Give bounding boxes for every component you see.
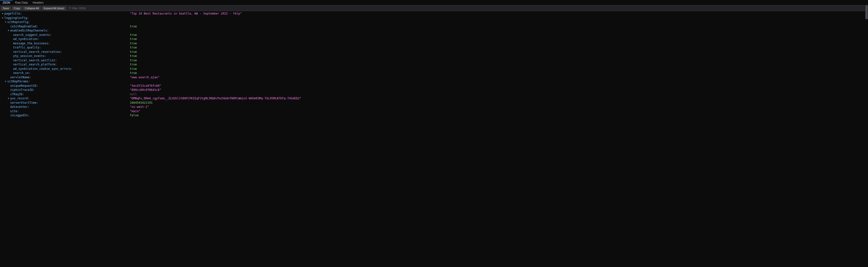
json-key: enabledSitRepChannels (10, 29, 47, 33)
tree-row[interactable]: ▼loggingConfig: (1, 16, 868, 20)
tree-row[interactable]: ▼isLoggedIn:false (1, 113, 868, 118)
chevron-down-icon: ▼ (10, 62, 12, 67)
json-value: true (130, 62, 137, 67)
json-value: true (130, 50, 137, 54)
tree-row[interactable]: ▼traffic_quality:true (1, 46, 868, 50)
json-key: vertical_search_platform (13, 62, 55, 67)
tree-row[interactable]: ▼sitRepConfig: (1, 20, 868, 25)
chevron-down-icon: ▼ (10, 71, 12, 76)
scrollbar-thumb[interactable] (865, 5, 868, 19)
colon: : (23, 92, 24, 97)
tree-row[interactable]: ▼yuv_record:"DMNqFu_DRm4_cgyfsmo__ZLU2kl… (1, 96, 868, 101)
chevron-down-icon: ▼ (7, 76, 10, 80)
json-value: "www.search_ajax" (130, 76, 160, 80)
chevron-down-icon: ▼ (7, 113, 10, 118)
collapse-all-button[interactable]: Collapse All (23, 6, 41, 10)
chevron-down-icon: ▼ (7, 105, 10, 109)
colon: : (36, 25, 38, 29)
json-key: uniqueRequestID (10, 84, 36, 88)
tree-row[interactable]: ▼cfRayID:null (1, 92, 868, 97)
tree-row[interactable]: ▼sitRepParams: (1, 80, 868, 84)
chevron-down-icon: ▼ (7, 25, 10, 29)
chevron-down-icon[interactable]: ▼ (4, 20, 7, 25)
tree-row[interactable]: ▼uniqueRequestID:"3ec4713ca976fc60" (1, 84, 868, 88)
json-value: true (130, 41, 137, 46)
tree-row[interactable]: ▼message_the_business:true (1, 41, 868, 46)
chevron-down-icon: ▼ (10, 50, 12, 54)
json-value: true (130, 71, 137, 76)
chevron-down-icon: ▼ (10, 54, 12, 58)
chevron-down-icon[interactable]: ▼ (1, 16, 4, 20)
json-value: "us-west-2" (130, 105, 149, 109)
tree-row[interactable]: ▼vertical_search_waitlist:true (1, 58, 868, 63)
vertical-scrollbar[interactable] (865, 0, 868, 267)
tree-row[interactable]: ▼serverStartTime:1664543422191 (1, 101, 868, 105)
colon: : (29, 76, 31, 80)
tree-row[interactable]: ▼servletName:"www.search_ajax" (1, 76, 868, 80)
colon: : (28, 113, 29, 118)
json-key: zipkinTraceID (10, 88, 33, 92)
colon: : (28, 20, 30, 25)
json-key: search_ux (13, 71, 29, 76)
tree-row[interactable]: ▼pageTitle:"Top 10 Best Restaurants in S… (1, 11, 868, 16)
tab-raw-data[interactable]: Raw Data (12, 0, 30, 5)
tree-row[interactable]: ▼search_suggest_events:true (1, 33, 868, 37)
json-key: cfRayID (10, 92, 23, 97)
expand-all-button[interactable]: Expand All (slow) (42, 6, 66, 10)
json-key: datacenter (10, 105, 28, 109)
json-toolbar: Save Copy Collapse All Expand All (slow) (0, 5, 868, 11)
json-value: "Top 10 Best Restaurants in Seattle, WA … (130, 11, 242, 16)
json-value: true (130, 37, 137, 41)
filter-input[interactable] (72, 7, 101, 10)
tree-row[interactable]: ▼site:"main" (1, 109, 868, 114)
json-key: loggingConfig (4, 16, 27, 20)
tree-row[interactable]: ▼search_ux:true (1, 71, 868, 76)
chevron-down-icon[interactable]: ▼ (7, 29, 10, 33)
colon: : (48, 41, 50, 46)
save-button[interactable]: Save (1, 6, 11, 10)
tree-row[interactable]: ▼zipkinTraceID:"890cc60c0f8641c6" (1, 88, 868, 92)
json-value: true (130, 25, 137, 29)
json-value: true (130, 33, 137, 37)
json-viewer-window: JSON Raw Data Headers Save Copy Collapse… (0, 0, 868, 267)
json-key: vertical_search_reservation (13, 50, 60, 54)
json-value: "DMNqFu_DRm4_cgyfsmo__ZLU2klJt8HFCFKIEqF… (130, 96, 301, 101)
colon: : (55, 62, 57, 67)
tree-row[interactable]: ▼vertical_search_reservation:true (1, 50, 868, 54)
tree-row[interactable]: ▼enabledSitRepChannels: (1, 29, 868, 33)
json-key: message_the_business (13, 41, 48, 46)
colon: : (17, 109, 19, 114)
colon: : (39, 46, 41, 50)
chevron-down-icon: ▼ (7, 92, 10, 97)
colon: : (28, 80, 30, 84)
json-key: traffic_quality (13, 46, 39, 50)
copy-button[interactable]: Copy (12, 6, 22, 10)
json-key: site (10, 109, 17, 114)
chevron-down-icon[interactable]: ▼ (4, 80, 7, 84)
json-key: ad_syndication_cookie_sync_errors (13, 67, 71, 71)
colon: : (71, 67, 72, 71)
colon: : (60, 50, 62, 54)
tree-row[interactable]: ▼datacenter:"us-west-2" (1, 105, 868, 109)
tree-row[interactable]: ▼ytp_session_events:true (1, 54, 868, 58)
tree-row[interactable]: ▼vertical_search_platform:true (1, 62, 868, 67)
tab-json[interactable]: JSON (0, 0, 12, 5)
json-key: ytp_session_events (13, 54, 44, 58)
tree-row[interactable]: ▼ad_syndication:true (1, 37, 868, 41)
tree-row[interactable]: ▼isSitRepEnabled:true (1, 25, 868, 29)
json-key: serverStartTime (10, 101, 36, 105)
tree-row[interactable]: ▼ad_syndication_cookie_sync_errors:true (1, 67, 868, 71)
json-value: "3ec4713ca976fc60" (130, 84, 161, 88)
json-value: "main" (130, 109, 140, 114)
chevron-down-icon[interactable]: ▼ (7, 96, 10, 101)
json-value: true (130, 54, 137, 58)
colon: : (36, 84, 38, 88)
chevron-down-icon: ▼ (10, 33, 12, 37)
colon: : (44, 54, 46, 58)
chevron-down-icon[interactable]: ▼ (1, 11, 4, 16)
json-tree[interactable]: ▼pageTitle:"Top 10 Best Restaurants in S… (0, 11, 868, 267)
json-key: sitRepParams (7, 80, 28, 84)
tab-headers[interactable]: Headers (30, 0, 46, 5)
colon: : (55, 58, 57, 63)
json-key: servletName (10, 76, 29, 80)
